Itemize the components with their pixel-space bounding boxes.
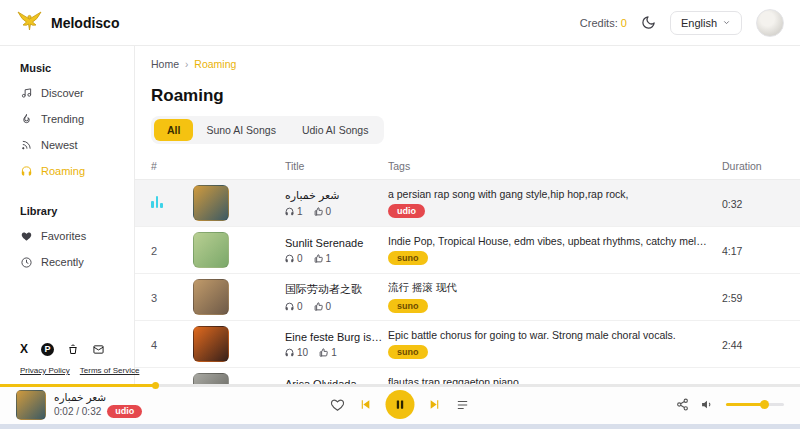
brand[interactable]: Melodisco xyxy=(16,10,119,36)
sidebar-item-recently[interactable]: Recently xyxy=(20,256,134,268)
table-row[interactable]: 1 شعر خمباره 1 0 a persian rap song with… xyxy=(135,180,800,227)
column-header-tags: Tags xyxy=(388,160,722,172)
provider-badge: udio xyxy=(388,204,425,219)
clock-icon xyxy=(20,257,33,268)
row-number: 3 xyxy=(151,292,157,304)
volume-speaker-icon[interactable] xyxy=(701,398,714,411)
breadcrumb-separator: › xyxy=(185,59,188,70)
song-tags: Epic battle chorus for going to war. Str… xyxy=(388,329,708,341)
theme-toggle-moon-icon[interactable] xyxy=(641,15,656,30)
language-selector[interactable]: English xyxy=(670,11,742,35)
song-title[interactable]: شعر خمباره xyxy=(285,189,385,202)
credits-value: 0 xyxy=(621,17,627,29)
album-art[interactable] xyxy=(193,185,229,221)
sidebar-item-trending[interactable]: Trending xyxy=(20,113,134,125)
tab-suno-ai-songs[interactable]: Suno AI Songs xyxy=(193,119,288,141)
coffee-cup-icon[interactable] xyxy=(67,343,79,356)
table-row[interactable]: 3 国际劳动者之歌 0 0 流行 摇滚 现代 suno 2:59 xyxy=(135,274,800,321)
bottom-strip xyxy=(0,424,800,429)
headphones-small-icon xyxy=(285,348,294,357)
page-title: Roaming xyxy=(135,70,800,106)
album-art[interactable] xyxy=(193,279,229,315)
top-header: Melodisco Credits: 0 English xyxy=(0,0,800,46)
table-row[interactable]: 4 Eine feste Burg ist unser ... 10 1 Epi… xyxy=(135,321,800,368)
music-note-icon xyxy=(20,87,33,99)
tab-all[interactable]: All xyxy=(154,119,193,141)
song-tags: 流行 摇滚 现代 xyxy=(388,281,708,295)
song-duration: 0:32 xyxy=(722,198,742,210)
provider-badge: udio xyxy=(107,405,142,418)
chevron-down-icon xyxy=(722,18,731,27)
sidebar-item-label: Trending xyxy=(41,113,84,125)
play-count: 0 xyxy=(285,301,303,312)
column-header-duration: Duration xyxy=(722,160,784,172)
headphones-small-icon xyxy=(285,302,294,311)
provider-badge: suno xyxy=(388,345,428,360)
seek-bar-fill xyxy=(0,384,156,387)
signal-waves-icon xyxy=(20,139,33,151)
flame-icon xyxy=(20,113,33,125)
like-count: 0 xyxy=(314,206,332,217)
sidebar: Music Discover Trending Newest Roaming L… xyxy=(0,46,135,385)
breadcrumb-home[interactable]: Home xyxy=(151,58,179,70)
song-tags: Indie Pop, Tropical House, edm vibes, up… xyxy=(388,235,708,247)
user-avatar[interactable] xyxy=(756,9,784,37)
sidebar-item-newest[interactable]: Newest xyxy=(20,139,134,151)
queue-list-icon[interactable] xyxy=(456,398,470,412)
heart-icon xyxy=(20,231,33,242)
song-duration: 2:44 xyxy=(722,339,742,351)
thumbs-up-icon xyxy=(314,207,323,216)
album-art[interactable] xyxy=(193,232,229,268)
now-playing: شعر خمباره 0:02 / 0:32 udio xyxy=(16,390,246,420)
album-art[interactable] xyxy=(193,326,229,362)
headphones-icon xyxy=(20,165,33,177)
sidebar-item-label: Favorites xyxy=(41,230,86,242)
app-logo-bird-icon xyxy=(16,10,43,36)
seek-handle[interactable] xyxy=(152,382,159,389)
terms-of-service-link[interactable]: Terms of Service xyxy=(80,366,140,375)
song-title[interactable]: Sunlit Serenade xyxy=(285,237,385,249)
now-playing-title: شعر خمباره xyxy=(54,391,142,403)
pause-button[interactable] xyxy=(386,390,415,419)
previous-track-icon[interactable] xyxy=(359,398,372,411)
playback-controls xyxy=(331,390,470,419)
tab-udio-ai-songs[interactable]: Udio AI Songs xyxy=(289,119,382,141)
column-header-num: # xyxy=(151,160,193,172)
sidebar-item-label: Newest xyxy=(41,139,78,151)
table-row[interactable]: 5 Arica Olvidada 1 0 flautas trap reggae… xyxy=(135,368,800,385)
next-track-icon[interactable] xyxy=(429,398,442,411)
sidebar-item-label: Recently xyxy=(41,256,84,268)
volume-fill xyxy=(726,403,765,406)
twitter-x-icon[interactable]: X xyxy=(20,342,28,356)
favorite-heart-icon[interactable] xyxy=(331,398,345,412)
play-count: 10 xyxy=(285,347,308,358)
pause-icon xyxy=(395,399,406,410)
share-icon[interactable] xyxy=(676,398,689,411)
provider-badge: suno xyxy=(388,299,428,314)
main-content: Home › Roaming Roaming All Suno AI Songs… xyxy=(135,46,800,385)
like-count: 0 xyxy=(314,301,332,312)
song-title[interactable]: 国际劳动者之歌 xyxy=(285,282,385,297)
email-envelope-icon[interactable] xyxy=(92,344,105,355)
table-row[interactable]: 2 Sunlit Serenade 0 1 Indie Pop, Tropica… xyxy=(135,227,800,274)
play-count: 1 xyxy=(285,206,303,217)
row-number: 4 xyxy=(151,339,157,351)
sidebar-item-discover[interactable]: Discover xyxy=(20,87,134,99)
sidebar-item-favorites[interactable]: Favorites xyxy=(20,230,134,242)
language-label: English xyxy=(681,17,717,29)
volume-handle[interactable] xyxy=(760,400,769,409)
credits-display: Credits: 0 xyxy=(580,17,627,29)
provider-badge: suno xyxy=(388,251,428,266)
breadcrumb-current: Roaming xyxy=(194,58,236,70)
app-title: Melodisco xyxy=(51,15,119,31)
column-header-title: Title xyxy=(285,160,388,172)
song-tags: a persian rap song with gang style,hip h… xyxy=(388,188,708,200)
headphones-small-icon xyxy=(285,254,294,263)
volume-slider[interactable] xyxy=(726,403,784,406)
privacy-policy-link[interactable]: Privacy Policy xyxy=(20,366,70,375)
headphones-small-icon xyxy=(285,207,294,216)
sidebar-item-roaming[interactable]: Roaming xyxy=(20,165,134,177)
song-title[interactable]: Eine feste Burg ist unser ... xyxy=(285,331,385,343)
producthunt-icon[interactable]: P xyxy=(41,343,54,356)
seek-bar[interactable] xyxy=(0,384,800,387)
